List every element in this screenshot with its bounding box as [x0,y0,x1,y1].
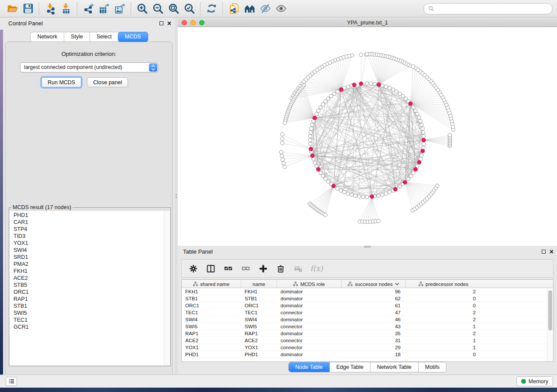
control-panel-header: Control Panel × [3,17,175,29]
float-panel-icon[interactable] [159,21,163,25]
zoom-in-button[interactable] [134,2,150,16]
mcds-result-item[interactable]: PHD1 [14,212,164,219]
save-session-button[interactable] [20,2,36,16]
zoom-selected-button[interactable] [181,2,197,16]
function-builder-button[interactable]: f(x) [310,263,323,274]
mcds-result-item[interactable]: STP4 [14,226,164,233]
node-table-scrollbar[interactable] [547,288,553,361]
show-all-button[interactable] [273,2,289,16]
table-row[interactable]: STB1STB1dominator620 [182,295,547,302]
table-row[interactable]: RAP1RAP1dominator352 [182,330,547,337]
table-row[interactable]: SWI5SWI5connector431 [182,323,547,330]
zoom-fit-button[interactable] [166,2,181,16]
cell-shared-name: PHD1 [182,351,241,358]
tab-mcds[interactable]: MCDS [118,32,148,42]
network-canvas[interactable] [178,27,557,245]
column-header-shared-name[interactable]: shared name [182,280,241,288]
table-row[interactable]: ACE2ACE2connector311 [182,337,547,344]
window-close-icon[interactable] [182,20,187,25]
network-view-window: YPA_prune.txt_1 [178,18,557,246]
tab-network[interactable]: Network [30,32,64,42]
zoom-fit-icon [168,3,180,14]
mcds-result-item[interactable]: ACE2 [14,275,164,282]
zoom-selected-icon [183,3,195,14]
sort-desc-icon [395,282,399,286]
close-panel-button[interactable]: Close panel [87,77,128,87]
import-network-button[interactable] [42,2,58,16]
export-network-button[interactable] [80,2,96,16]
function-builder-label: f(x) [310,264,323,273]
mcds-result-item[interactable]: FKH1 [14,268,164,275]
table-row[interactable]: TEC1TEC1connector472 [182,309,547,316]
refresh-network-button[interactable] [204,2,219,16]
table-row[interactable]: YOX1YOX1connector291 [182,344,547,351]
mcds-result-item[interactable]: GCR1 [14,323,164,330]
node-table-header-row: shared namenameMCDS rolesuccessor nodesp… [182,280,553,288]
mcds-result-scrollbar[interactable] [164,211,170,365]
tab-motifs[interactable]: Motifs [419,362,446,372]
tab-style[interactable]: Style [64,32,90,42]
window-minimize-icon[interactable] [190,20,196,25]
window-maximize-icon[interactable] [199,20,204,25]
mcds-result-item[interactable]: SWI5 [14,309,164,316]
mcds-result-item[interactable]: ORC1 [14,289,164,296]
mcds-result-item[interactable]: TEC1 [14,316,164,323]
settings-gear-icon [189,264,198,273]
memory-button[interactable]: Memory [516,376,553,386]
close-table-panel-icon[interactable]: × [550,250,554,254]
table-row[interactable]: ORC1ORC1dominator610 [182,302,547,309]
hide-selected-button[interactable] [257,2,273,16]
select-all-checkboxes-button[interactable] [223,263,233,274]
import-table-button[interactable] [58,2,74,16]
mcds-result-item[interactable]: STB5 [14,282,164,289]
table-row[interactable]: PHD1PHD1dominator180 [182,351,547,358]
mcds-result-item[interactable]: CAR1 [14,219,164,226]
mcds-result-item[interactable]: SRD1 [14,254,164,261]
task-history-button[interactable] [6,377,17,386]
export-table-button[interactable] [96,2,112,16]
toolbar-separator [131,3,131,15]
optimization-criterion-select[interactable]: largest connected component (undirected) [20,62,158,72]
table-row[interactable]: FKH1FKH1dominator962 [182,288,547,295]
cell-MCDS-role: connector [277,309,342,316]
deselect-all-checkboxes-button[interactable] [240,263,251,274]
network-graph[interactable] [178,27,557,245]
delete-columns-button[interactable] [275,263,286,274]
mcds-result-item[interactable]: SWI4 [14,247,164,254]
tab-edge-table[interactable]: Edge Table [330,362,370,372]
cell-predecessor-nodes: 0 [406,295,481,302]
zoom-out-button[interactable] [150,2,166,16]
settings-gear-button[interactable] [188,263,198,274]
mcds-result-item[interactable]: PMA2 [14,261,164,268]
mcds-result-item[interactable]: RAP1 [14,296,164,303]
run-mcds-button[interactable]: Run MCDS [42,77,81,87]
clone-network-button[interactable] [226,2,242,16]
main-toolbar [0,0,557,17]
mcds-result-item[interactable]: TID3 [14,233,164,240]
scrollbar-thumb[interactable] [548,290,552,330]
tab-network-table[interactable]: Network Table [370,362,419,372]
close-panel-icon[interactable]: × [167,21,171,25]
mcds-result-item[interactable]: STB1 [14,303,164,309]
tab-select[interactable]: Select [90,32,118,42]
column-header-name[interactable]: name [241,280,277,288]
column-header-MCDS-role[interactable]: MCDS role [277,280,342,288]
table-row[interactable]: SWI4SWI4dominator462 [182,316,547,323]
show-columns-button[interactable] [205,263,216,274]
search-input[interactable] [437,6,548,12]
network-window-title: YPA_prune.txt_1 [347,20,388,26]
mcds-result-item[interactable]: YOX1 [14,240,164,247]
tab-node-table[interactable]: Node Table [289,362,330,372]
open-file-button[interactable] [4,2,20,16]
panel-split-divider[interactable] [175,17,178,375]
delete-table-button[interactable] [293,263,303,274]
mcds-result-list[interactable]: PHD1CAR1STP4TID3YOX1SWI4SRD1PMA2FKH1ACE2… [10,211,164,365]
column-header-successor-nodes[interactable]: successor nodes [342,280,406,288]
search-box[interactable] [423,3,553,14]
column-header-predecessor-nodes[interactable]: predecessor nodes [406,280,481,288]
network-window-titlebar[interactable]: YPA_prune.txt_1 [178,18,557,27]
float-table-panel-icon[interactable] [542,250,546,254]
add-column-button[interactable] [258,263,268,274]
binoculars-button[interactable] [242,2,257,16]
export-image-button[interactable] [112,2,128,16]
